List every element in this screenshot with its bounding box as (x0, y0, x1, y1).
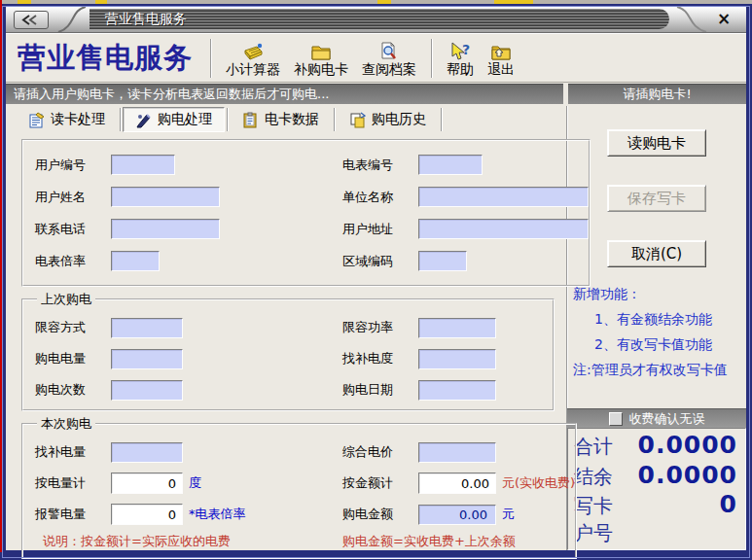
tab-separator (227, 108, 228, 131)
new-features-notes: 新增功能： 1、有金额结余功能 2、有改写卡值功能 注:管理员才有权改写卡值 (567, 267, 746, 382)
alarm-qty-unit: *电表倍率 (189, 506, 246, 523)
purchase-amount-input[interactable] (418, 505, 496, 525)
total-value: 0.0000 (613, 431, 737, 459)
meter-ratio-label: 电表倍率 (35, 253, 111, 270)
balance-value: 0.0000 (613, 461, 737, 489)
current-purchase-group: 本次购电 找补电量 综合电价 按电量计 (21, 415, 577, 559)
purchased-energy-input[interactable] (111, 349, 183, 369)
adjust-degree-label: 找补电度 (342, 350, 418, 368)
adjust-qty-input[interactable] (111, 442, 183, 463)
phone-label: 联系电话 (35, 221, 111, 238)
alarm-qty-input[interactable] (111, 504, 183, 525)
status-row: 请插入用户购电卡，读卡分析电表返回数据后才可购电... 请插购电卡! (6, 84, 746, 104)
note-by-amount: 说明：按金额计=实际应收的电费 (43, 533, 342, 550)
status-message: 请插入用户购电卡，读卡分析电表返回数据后才可购电... (14, 86, 329, 103)
tab-history-label: 购电历史 (372, 111, 426, 128)
folder-icon (309, 42, 333, 61)
read-card-button[interactable]: 读购电卡 (607, 129, 706, 157)
save-write-card-button[interactable]: 保存写卡 (607, 185, 706, 212)
tab-purchase-label: 购电处理 (158, 111, 212, 128)
by-amount-label: 按金额计 (342, 474, 418, 492)
tab-history[interactable]: 购电历史 (337, 107, 439, 132)
purchase-times-input[interactable] (111, 380, 183, 401)
repurchase-card-label: 补购电卡 (294, 61, 348, 78)
background-window-edge (0, 0, 2, 552)
tab-card-data-label: 电卡数据 (265, 111, 319, 128)
exit-icon (489, 42, 513, 61)
view-archives-button[interactable]: 查阅档案 (355, 37, 423, 80)
purchase-amount-unit: 元 (502, 506, 515, 523)
tab-card-data[interactable]: 电卡数据 (230, 107, 332, 132)
card-prompt-message: 请插购电卡! (623, 86, 691, 103)
new-feature-1: 1、有金额结余功能 (573, 306, 744, 332)
tab-read-card-label: 读卡处理 (51, 111, 105, 128)
area-code-input[interactable] (418, 251, 467, 271)
calculator-icon (241, 42, 265, 61)
repurchase-card-button[interactable]: 补购电卡 (287, 37, 355, 80)
limit-power-input[interactable] (418, 318, 496, 338)
tab-read-card[interactable]: 读卡处理 (16, 107, 118, 132)
window-title: 营业售电服务 (105, 11, 187, 28)
toolbar: 营业售电服务 小计算器 (6, 33, 746, 83)
new-features-title: 新增功能： (573, 281, 744, 306)
purchased-energy-label: 购电电量 (35, 350, 111, 368)
address-label: 用户地址 (342, 221, 418, 238)
combined-price-input[interactable] (418, 442, 496, 463)
user-info-group: 用户编号 电表编号 用户姓名 (21, 139, 591, 287)
history-tab-icon (349, 112, 366, 128)
exit-label: 退出 (487, 61, 515, 78)
help-button[interactable]: ? 帮助 (440, 37, 481, 80)
tab-purchase[interactable]: 购电处理 (123, 107, 225, 132)
app-window: 营业售电服务 × 营业售电服务 (0, 4, 752, 560)
titlebar-curve-left (56, 7, 90, 32)
unit-name-input[interactable] (418, 187, 589, 207)
purchase-tab-icon (135, 112, 152, 128)
by-energy-label: 按电量计 (35, 474, 111, 492)
new-feature-2: 2、有改写卡值功能 (573, 332, 744, 357)
admin-note: 注:管理员才有权改写卡值 (573, 357, 744, 382)
card-operations-panel: 读购电卡 保存写卡 取消(C) 新增功能： 1、有金额结余功能 2、有改写卡值功… (566, 106, 746, 550)
user-name-input[interactable] (111, 187, 220, 207)
area-code-label: 区域编码 (342, 253, 418, 270)
by-energy-unit: 度 (189, 474, 201, 492)
meter-ratio-input[interactable] (111, 251, 160, 271)
cancel-button[interactable]: 取消(C) (607, 240, 706, 267)
fee-confirm-checkbox[interactable] (609, 412, 623, 426)
close-button[interactable]: × (713, 9, 734, 28)
exit-button[interactable]: 退出 (481, 37, 521, 80)
user-no-label: 用户编号 (35, 157, 111, 174)
by-amount-unit: 元(实收电费) (502, 474, 575, 492)
tab-separator (334, 108, 335, 131)
title-bar[interactable]: 营业售电服务 × (6, 7, 746, 33)
purchase-times-label: 购电次数 (35, 381, 111, 399)
unit-name-label: 单位名称 (342, 189, 418, 206)
purchase-date-input[interactable] (418, 380, 496, 401)
fee-confirm-bar: 收费确认无误 (567, 408, 746, 428)
adjust-degree-input[interactable] (418, 349, 496, 369)
by-energy-input[interactable] (111, 472, 183, 494)
search-document-icon (378, 42, 400, 61)
note-purchase-amount: 购电金额=实收电费+上次余额 (342, 533, 516, 550)
total-label: 合计 (574, 434, 613, 460)
user-no-input[interactable] (111, 155, 175, 175)
fee-confirm-label: 收费确认无误 (629, 410, 705, 428)
alarm-qty-label: 报警电量 (35, 506, 111, 523)
tab-separator (120, 108, 121, 131)
phone-input[interactable] (111, 219, 220, 239)
titlebar-pill: 营业售电服务 (90, 9, 669, 29)
tab-separator (441, 108, 442, 131)
calculator-button[interactable]: 小计算器 (219, 37, 287, 80)
card-data-tab-icon (242, 112, 259, 128)
by-amount-input[interactable] (418, 472, 496, 494)
last-purchase-title: 上次购电 (37, 291, 95, 308)
toolbar-separator (210, 39, 211, 78)
purchase-date-label: 购电日期 (342, 381, 418, 399)
card-prompt-bar: 请插购电卡! (568, 84, 746, 104)
purchase-amount-label: 购电金额 (342, 506, 418, 523)
combined-price-label: 综合电价 (342, 443, 418, 461)
address-input[interactable] (418, 219, 589, 239)
meter-no-input[interactable] (418, 155, 483, 175)
adjust-qty-label: 找补电量 (35, 443, 111, 461)
limit-mode-input[interactable] (111, 318, 183, 338)
current-purchase-title: 本次购电 (37, 415, 95, 433)
